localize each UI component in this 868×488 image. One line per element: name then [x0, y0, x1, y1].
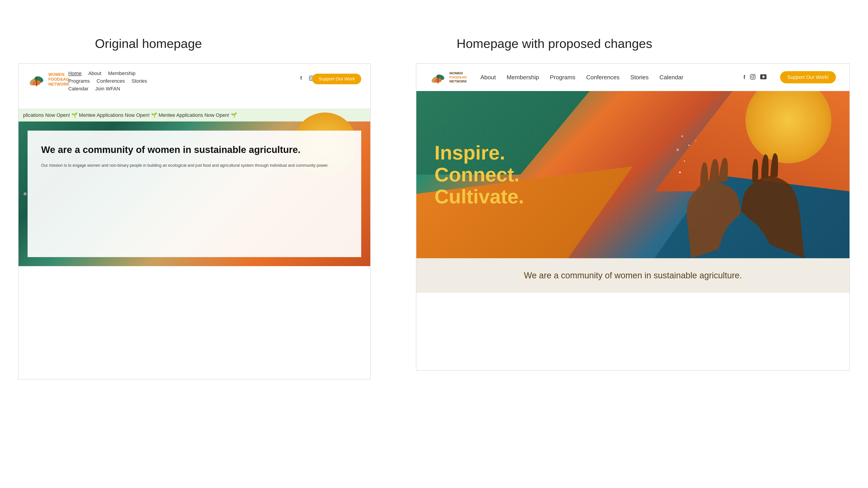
carousel-dot — [24, 192, 27, 195]
prop-nav-links: About Membership Programs Conferences St… — [480, 74, 730, 81]
prop-nav-membership[interactable]: Membership — [506, 74, 539, 81]
orig-logo: WOMEN FOOD&AG NETWORK — [28, 70, 69, 89]
prop-nav-calendar[interactable]: Calendar — [659, 74, 684, 81]
svg-point-20 — [677, 149, 679, 151]
orig-hero-desc: Our mission is to engage women and non-b… — [41, 162, 348, 169]
orig-nav-row-2: Programs Conferences Stories — [68, 78, 147, 84]
svg-rect-13 — [750, 74, 755, 79]
orig-hero-title: We are a community of women in sustainab… — [41, 144, 348, 156]
hero-connect: Connect. — [434, 164, 524, 186]
nav-link-about[interactable]: About — [88, 70, 101, 76]
prop-nav: WOMEN FOOD&AG NETWORK About Membership P… — [416, 64, 849, 91]
prop-support-btn[interactable]: Support Our Work! — [780, 71, 836, 84]
nav-link-membership[interactable]: Membership — [108, 70, 135, 76]
orig-nav-row-3: Calendar Join WFAN — [68, 86, 147, 92]
hero-inspire: Inspire. — [434, 142, 524, 164]
prop-social-icons: f — [743, 74, 767, 80]
nav-link-programs[interactable]: Programs — [68, 78, 90, 84]
nav-link-join[interactable]: Join WFAN — [95, 86, 120, 92]
orig-nav-row-1: Home About Membership — [68, 70, 147, 76]
prop-logo-icon — [430, 69, 446, 86]
prop-instagram-icon[interactable] — [750, 74, 756, 80]
hero-cultivate: Cultivate. — [434, 186, 524, 207]
proposed-mockup: WOMEN FOOD&AG NETWORK About Membership P… — [416, 63, 850, 370]
svg-point-14 — [752, 76, 754, 78]
svg-point-19 — [684, 160, 685, 162]
orig-logo-icon — [28, 70, 46, 89]
prop-logo: WOMEN FOOD&AG NETWORK — [430, 69, 467, 86]
svg-point-15 — [754, 75, 754, 76]
nav-link-conferences[interactable]: Conferences — [96, 78, 125, 84]
svg-point-18 — [679, 171, 681, 173]
nav-link-home[interactable]: Home — [68, 70, 82, 76]
prop-nav-stories[interactable]: Stories — [630, 74, 649, 81]
prop-logo-text: WOMEN FOOD&AG NETWORK — [450, 71, 467, 84]
original-mockup: WOMEN FOOD&AG NETWORK Home About Members… — [18, 63, 371, 380]
prop-nav-conferences[interactable]: Conferences — [586, 74, 619, 81]
prop-youtube-icon[interactable] — [760, 74, 767, 80]
hands-illustration — [669, 105, 827, 258]
orig-hero-content: We are a community of women in sustainab… — [28, 131, 361, 257]
svg-point-22 — [695, 140, 696, 141]
facebook-icon[interactable]: f — [298, 75, 304, 81]
orig-nav: WOMEN FOOD&AG NETWORK Home About Members… — [19, 64, 370, 109]
left-section-title: Original homepage — [95, 36, 202, 51]
svg-point-23 — [681, 135, 683, 137]
prop-caption-text: We are a community of women in sustainab… — [434, 269, 831, 282]
prop-hero: Inspire. Connect. Cultivate. — [416, 91, 849, 258]
prop-hero-bg: Inspire. Connect. Cultivate. — [416, 91, 849, 258]
nav-link-calendar[interactable]: Calendar — [68, 86, 88, 92]
orig-nav-links: Home About Membership Programs Conferenc… — [68, 70, 147, 92]
nav-link-stories[interactable]: Stories — [131, 78, 147, 84]
prop-nav-programs[interactable]: Programs — [550, 74, 576, 81]
svg-point-21 — [688, 144, 690, 146]
prop-facebook-icon[interactable]: f — [743, 74, 745, 80]
prop-hero-text: Inspire. Connect. Cultivate. — [434, 142, 524, 207]
orig-support-btn[interactable]: Support Our Work — [312, 74, 361, 84]
orig-hero: We are a community of women in sustainab… — [19, 122, 370, 266]
orig-logo-text: WOMEN FOOD&AG NETWORK — [49, 72, 69, 87]
prop-nav-about[interactable]: About — [480, 74, 496, 81]
prop-caption-bar: We are a community of women in sustainab… — [416, 258, 849, 293]
right-section-title: Homepage with proposed changes — [457, 36, 652, 51]
